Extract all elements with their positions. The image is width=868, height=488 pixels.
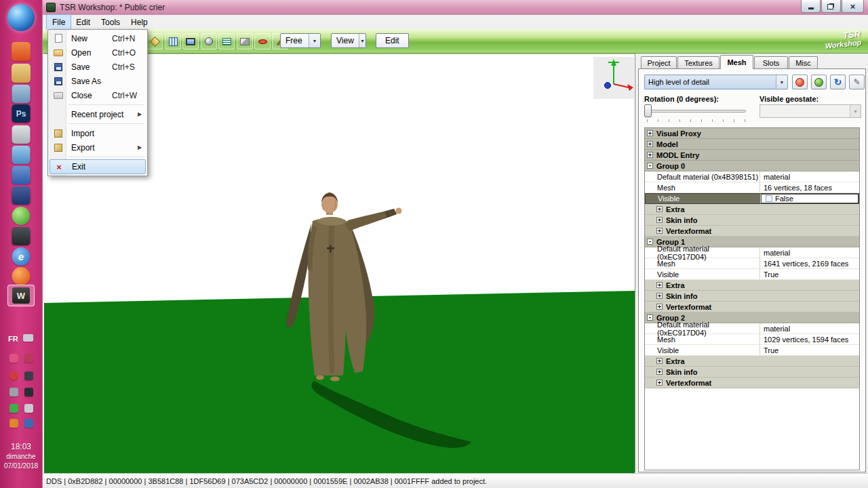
prop-value[interactable]: material [760,247,859,258]
clock-time[interactable]: 18:03 [0,442,42,451]
prop-value[interactable]: True [760,269,859,279]
firefox-icon[interactable] [12,267,31,285]
collapse-icon[interactable]: - [647,163,653,169]
prop-value[interactable]: material [760,171,859,182]
close-button[interactable]: × [842,0,864,13]
row-visible-selected[interactable]: Visible False [645,193,859,204]
menu-item-import[interactable]: Import [50,126,146,140]
group-header-group0[interactable]: - Group 0 [645,161,859,171]
row-default-material[interactable]: Default material (0xEC917D04) material [645,247,859,258]
collapse-icon[interactable]: - [647,314,653,321]
windows-start-orb[interactable] [7,4,35,31]
expand-icon[interactable]: + [647,152,653,158]
group-header-modl-entry[interactable]: + MODL Entry [645,150,859,161]
menu-file[interactable]: File [47,15,71,29]
green-ball-icon[interactable] [12,207,31,225]
tray-icon-1[interactable] [9,354,18,363]
row-mesh[interactable]: Mesh 1029 vertices, 1594 faces [645,334,859,345]
view-combo[interactable]: View ▼ [331,33,366,48]
row-mesh[interactable]: Mesh 1641 vertices, 2169 faces [645,258,859,269]
row-default-material[interactable]: Default material (0xEC917D04) material [645,323,859,334]
row-vertexformat[interactable]: + Vertexformat [645,226,859,237]
compass-tool-icon[interactable] [146,33,163,49]
prop-value-editor[interactable]: False [761,194,859,203]
photo-viewer-icon[interactable] [12,85,31,103]
geostate-combo[interactable]: ▼ [760,104,861,118]
tray-icon-9[interactable] [9,419,18,428]
expand-icon[interactable]: + [656,358,663,364]
dark-app-icon[interactable] [12,227,31,245]
camera-mode-combo[interactable]: Free ▼ [280,33,321,48]
row-vertexformat[interactable]: + Vertexformat [645,378,859,388]
import-mesh-button[interactable] [792,75,808,89]
lod-combo[interactable]: High level of detail ▼ [644,75,788,89]
texture-tool-icon[interactable] [237,33,253,49]
menu-item-open[interactable]: Open Ctrl+O [50,45,146,60]
tab-slots[interactable]: Slots [754,56,788,69]
minimize-button[interactable] [801,0,821,13]
tab-mesh[interactable]: Mesh [720,55,753,69]
restore-button[interactable] [821,0,841,13]
visible-checkbox[interactable] [766,195,772,202]
tray-icon-8[interactable] [24,404,33,413]
row-extra[interactable]: + Extra [645,204,859,215]
sphere-tool-icon[interactable] [201,33,217,49]
menu-item-exit[interactable]: × Exit [50,159,146,174]
photoshop-icon[interactable]: Ps [12,104,31,123]
preview-screen-icon[interactable] [182,33,199,49]
language-indicator[interactable]: FR [0,335,42,343]
row-extra[interactable]: + Extra [645,356,859,367]
group-header-visual-proxy[interactable]: + Visual Proxy [645,128,859,139]
menu-edit[interactable]: Edit [71,15,96,29]
tray-icon-2[interactable] [24,354,33,363]
row-vertexformat[interactable]: + Vertexformat [645,302,859,312]
export-mesh-button[interactable] [811,75,827,89]
chevron-down-icon[interactable]: ▼ [309,34,320,47]
menu-help[interactable]: Help [125,15,153,29]
tab-misc[interactable]: Misc [789,56,818,69]
expand-icon[interactable]: + [647,141,653,147]
expand-icon[interactable]: + [656,217,663,223]
table-tool-icon[interactable] [218,33,235,49]
tray-icon-5[interactable] [9,388,18,396]
prop-value[interactable]: 16 vertices, 18 faces [760,182,859,192]
menu-item-export[interactable]: Export ▶ [50,140,146,155]
tab-project[interactable]: Project [641,56,677,69]
tray-icon-4[interactable] [24,371,33,380]
row-visible[interactable]: Visible True [645,345,859,356]
menu-item-save-as[interactable]: Save As [50,74,146,88]
chevron-down-icon[interactable]: ▼ [776,75,787,89]
row-skin-info[interactable]: + Skin info [645,367,859,378]
expand-icon[interactable]: + [656,369,663,375]
taskbar-button-tsr-workshop[interactable]: W [7,285,35,306]
tray-icon-7[interactable] [9,404,18,413]
row-skin-info[interactable]: + Skin info [645,291,859,302]
prop-value[interactable]: 1641 vertices, 2169 faces [760,258,859,268]
menu-item-save[interactable]: Save Ctrl+S [50,60,146,74]
blue-app-icon[interactable] [12,146,31,164]
row-extra[interactable]: + Extra [645,280,859,291]
expand-icon[interactable]: + [656,282,663,288]
tray-icon-3[interactable] [9,371,18,380]
row-visible[interactable]: Visible True [645,269,859,280]
rotation-slider-thumb[interactable] [644,104,652,117]
prop-value[interactable]: material [760,323,859,333]
menu-tools[interactable]: Tools [96,15,125,29]
row-default-material[interactable]: Default material (0x4B398151) material [645,171,859,182]
collapse-icon[interactable]: - [647,239,653,245]
chevron-down-icon[interactable]: ▼ [359,34,366,47]
tab-textures[interactable]: Textures [677,56,719,69]
mail-app-icon[interactable] [12,166,31,184]
silver-app-icon[interactable] [12,125,31,144]
navy-app-icon[interactable] [12,186,31,205]
keyboard-layout-icon[interactable] [23,334,33,342]
folder-icon[interactable] [12,64,31,83]
expand-icon[interactable]: + [656,293,663,299]
menu-item-new[interactable]: New Ctrl+N [50,31,146,45]
group-header-model[interactable]: + Model [645,139,859,150]
rotation-slider-track[interactable] [646,110,746,113]
tray-icon-6[interactable] [24,388,33,396]
tray-icon-10[interactable] [24,419,33,428]
row-skin-info[interactable]: + Skin info [645,215,859,226]
edit-button[interactable]: Edit [376,33,409,48]
